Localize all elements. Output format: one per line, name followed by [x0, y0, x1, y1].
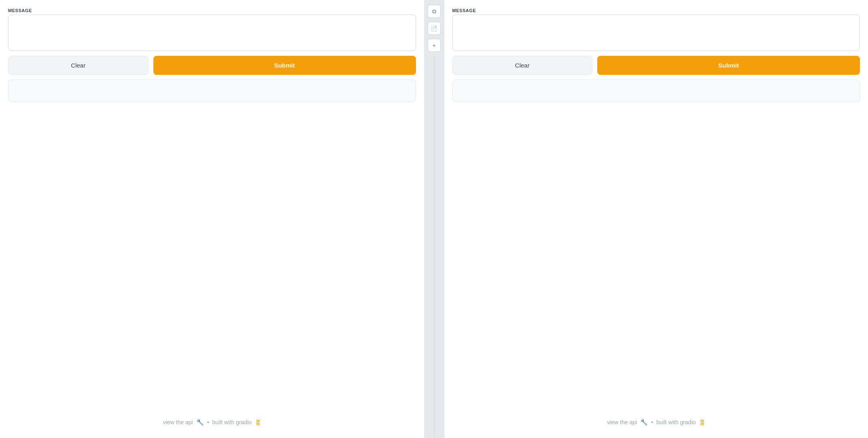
- right-clear-button[interactable]: Clear: [452, 56, 593, 75]
- left-message-textarea[interactable]: [13, 20, 411, 44]
- left-message-section: MESSAGE: [8, 8, 416, 51]
- right-gradio-link[interactable]: built with gradio: [656, 419, 696, 425]
- right-panel: MESSAGE Clear Submit view the api 🔧 • bu…: [444, 0, 868, 438]
- right-output-area: [452, 80, 860, 102]
- left-panel: MESSAGE Clear Submit view the api 🔧 • bu…: [0, 0, 424, 438]
- left-wrench-icon: 🔧: [196, 419, 204, 426]
- left-gradio-link[interactable]: built with gradio: [212, 419, 252, 425]
- left-footer-dot: •: [207, 419, 209, 425]
- left-gradio-icon: 🎛: [255, 419, 261, 426]
- panel-divider: ⧉ 📄 +: [424, 0, 444, 438]
- left-clear-button[interactable]: Clear: [8, 56, 149, 75]
- left-submit-button[interactable]: Submit: [153, 56, 416, 75]
- right-button-row: Clear Submit: [452, 56, 860, 75]
- right-footer-dot: •: [651, 419, 653, 425]
- left-button-row: Clear Submit: [8, 56, 416, 75]
- right-api-link[interactable]: view the api: [607, 419, 637, 425]
- copy-button[interactable]: ⧉: [428, 5, 441, 18]
- right-message-section: MESSAGE: [452, 8, 860, 51]
- left-message-label: MESSAGE: [8, 8, 416, 13]
- right-submit-button[interactable]: Submit: [597, 56, 860, 75]
- right-gradio-icon: 🎛: [699, 419, 705, 426]
- left-output-area: [8, 80, 416, 102]
- right-message-input-wrapper[interactable]: [452, 15, 860, 51]
- right-footer: view the api 🔧 • built with gradio 🎛: [452, 410, 860, 430]
- left-api-link[interactable]: view the api: [163, 419, 193, 425]
- copy-icon: ⧉: [432, 8, 436, 15]
- file-icon: 📄: [431, 25, 437, 32]
- left-message-input-wrapper[interactable]: [8, 15, 416, 51]
- right-wrench-icon: 🔧: [640, 419, 648, 426]
- right-message-textarea[interactable]: [458, 20, 855, 44]
- plus-icon: +: [432, 42, 435, 49]
- file-button[interactable]: 📄: [428, 22, 441, 35]
- right-message-label: MESSAGE: [452, 8, 860, 13]
- left-footer: view the api 🔧 • built with gradio 🎛: [8, 410, 416, 430]
- add-button[interactable]: +: [428, 39, 441, 52]
- divider-line: [434, 56, 434, 438]
